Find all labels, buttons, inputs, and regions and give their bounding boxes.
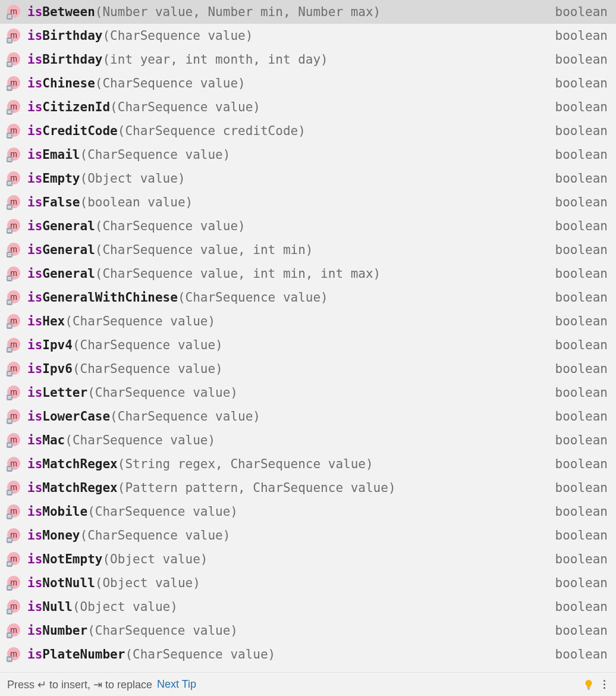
svg-rect-127: [7, 609, 12, 615]
completion-signature: isPlateNumber(CharSequence value): [27, 647, 549, 661]
completion-item[interactable]: m isBirthday(int year, int month, int da…: [0, 48, 616, 71]
method-icon: m: [6, 385, 21, 400]
completion-item[interactable]: m isMobile(CharSequence value)boolean: [0, 500, 616, 523]
completion-signature: isMoney(CharSequence value): [27, 528, 549, 543]
svg-rect-42: [7, 204, 12, 210]
completion-item[interactable]: m isChinese(CharSequence value)boolean: [0, 71, 616, 95]
completion-signature: isEmail(CharSequence value): [27, 148, 549, 162]
svg-rect-64: [8, 303, 11, 303]
completion-item[interactable]: m isFalse(boolean value)boolean: [0, 190, 616, 214]
svg-rect-117: [7, 561, 12, 567]
completion-item[interactable]: m isBirthday(CharSequence value)boolean: [0, 24, 616, 48]
svg-rect-4: [8, 17, 11, 18]
svg-rect-43: [8, 206, 11, 206]
svg-rect-8: [8, 39, 11, 40]
return-type: boolean: [555, 29, 608, 43]
completion-signature: isMobile(CharSequence value): [27, 504, 549, 519]
svg-rect-39: [8, 184, 11, 184]
completion-item[interactable]: m isGeneral(CharSequence value, int min,…: [0, 262, 616, 286]
return-type: boolean: [555, 576, 608, 590]
svg-rect-107: [7, 513, 12, 519]
completion-item[interactable]: m isNotNull(Object value)boolean: [0, 571, 616, 595]
bulb-icon[interactable]: [583, 679, 595, 691]
svg-rect-73: [8, 349, 11, 349]
completion-item[interactable]: m isNotEmpty(Object value)boolean: [0, 547, 616, 571]
method-icon: m: [6, 4, 21, 20]
completion-signature: isBirthday(CharSequence value): [27, 29, 549, 43]
return-type: boolean: [555, 5, 608, 19]
method-icon: m: [6, 218, 21, 234]
svg-rect-82: [7, 394, 12, 400]
svg-rect-124: [8, 588, 11, 589]
completion-signature: isCitizenId(CharSequence value): [27, 100, 549, 114]
svg-rect-134: [8, 636, 11, 637]
method-icon: m: [6, 147, 21, 162]
svg-rect-89: [8, 422, 11, 422]
method-icon: m: [6, 432, 21, 448]
svg-rect-24: [8, 112, 11, 113]
method-icon: m: [6, 456, 21, 472]
completion-item[interactable]: m isGeneral(CharSequence value)boolean: [0, 214, 616, 238]
svg-rect-27: [7, 133, 12, 139]
svg-rect-53: [8, 253, 11, 254]
svg-rect-122: [7, 585, 12, 591]
completion-item[interactable]: m isPlateNumber(CharSequence value)boole…: [0, 642, 616, 666]
svg-rect-69: [8, 327, 11, 327]
completion-item[interactable]: m isHex(CharSequence value)boolean: [0, 309, 616, 333]
svg-rect-22: [7, 109, 12, 115]
svg-rect-29: [8, 136, 11, 137]
completion-signature: isMatchRegex(String regex, CharSequence …: [27, 457, 549, 471]
svg-rect-62: [7, 299, 12, 305]
svg-rect-38: [8, 182, 11, 183]
completion-signature: isGeneral(CharSequence value): [27, 219, 549, 233]
completion-item[interactable]: m isLetter(CharSequence value)boolean: [0, 381, 616, 405]
svg-rect-118: [8, 563, 11, 563]
method-icon: m: [6, 313, 21, 329]
svg-rect-79: [8, 374, 11, 375]
completion-item[interactable]: m isCreditCode(CharSequence creditCode)b…: [0, 119, 616, 143]
return-type: boolean: [555, 171, 608, 186]
return-type: boolean: [555, 362, 608, 376]
method-icon: m: [6, 171, 21, 186]
svg-rect-109: [8, 517, 11, 518]
completion-signature: isLowerCase(CharSequence value): [27, 409, 549, 424]
completion-item[interactable]: m isGeneralWithChinese(CharSequence valu…: [0, 286, 616, 309]
completion-item[interactable]: m isGeneral(CharSequence value, int min)…: [0, 238, 616, 262]
completion-signature: isIpv4(CharSequence value): [27, 338, 549, 352]
svg-rect-54: [8, 255, 11, 256]
completion-signature: isMac(CharSequence value): [27, 433, 549, 447]
more-menu-icon[interactable]: [599, 680, 609, 689]
completion-item[interactable]: m isBetween(Number value, Number min, Nu…: [0, 0, 616, 24]
next-tip-link[interactable]: Next Tip: [157, 678, 196, 691]
completion-list[interactable]: m isBetween(Number value, Number min, Nu…: [0, 0, 616, 672]
completion-item[interactable]: m isMac(CharSequence value)boolean: [0, 428, 616, 452]
return-type: boolean: [555, 385, 608, 400]
return-type: boolean: [555, 338, 608, 352]
completion-item[interactable]: m isMatchRegex(String regex, CharSequenc…: [0, 452, 616, 476]
method-icon: m: [6, 266, 21, 281]
completion-signature: isNotEmpty(Object value): [27, 552, 549, 566]
return-type: boolean: [555, 433, 608, 447]
completion-item[interactable]: m isEmail(CharSequence value)boolean: [0, 143, 616, 167]
completion-item[interactable]: m isEmpty(Object value)boolean: [0, 167, 616, 190]
svg-rect-63: [8, 301, 11, 302]
completion-item[interactable]: m isIpv4(CharSequence value)boolean: [0, 333, 616, 357]
method-icon: m: [6, 575, 21, 591]
completion-item[interactable]: m isNull(Object value)boolean: [0, 595, 616, 619]
completion-item[interactable]: m isLowerCase(CharSequence value)boolean: [0, 405, 616, 428]
completion-item[interactable]: m isNumber(CharSequence value)boolean: [0, 619, 616, 642]
completion-item[interactable]: m isIpv6(CharSequence value)boolean: [0, 357, 616, 381]
svg-rect-52: [7, 252, 12, 258]
svg-rect-49: [8, 231, 11, 232]
svg-rect-37: [7, 180, 12, 186]
svg-rect-102: [7, 490, 12, 496]
svg-rect-132: [7, 632, 12, 638]
method-icon: m: [6, 52, 21, 67]
completion-item[interactable]: m isCitizenId(CharSequence value)boolean: [0, 95, 616, 119]
svg-rect-98: [8, 468, 11, 468]
completion-signature: isMatchRegex(Pattern pattern, CharSequen…: [27, 481, 549, 495]
svg-rect-7: [7, 37, 12, 43]
completion-item[interactable]: m isMoney(CharSequence value)boolean: [0, 523, 616, 547]
completion-item[interactable]: m isMatchRegex(Pattern pattern, CharSequ…: [0, 476, 616, 500]
svg-rect-12: [7, 61, 12, 67]
